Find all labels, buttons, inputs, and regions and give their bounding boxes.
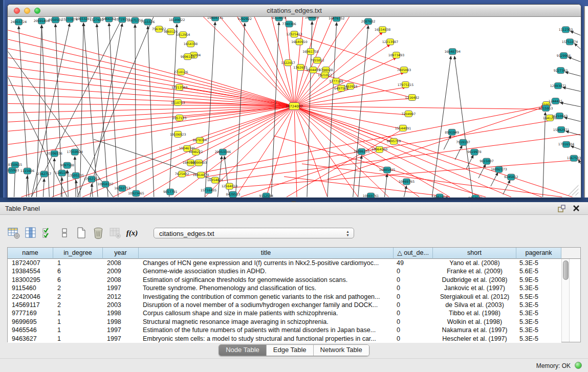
network-edge[interactable] [571,146,580,149]
cell[interactable]: Changes of HCN gene expression and I(f) … [139,259,394,267]
network-edge[interactable] [565,72,581,76]
window-titlebar[interactable]: citations_edges.txt [8,5,581,17]
cell[interactable]: Hescheler et al. (1997) [433,335,516,343]
table-row[interactable]: 911546021997Tourette syndrome. Phenomeno… [8,284,561,292]
cell[interactable]: Stergiakouli et al. (2012) [433,293,516,301]
scrollbar-thumb[interactable] [563,260,569,280]
table-row[interactable]: 977716911998Corpus callosum shape and si… [8,309,561,317]
network-edge[interactable] [570,31,580,35]
table-row[interactable]: 1938455462009Genome-wide association stu… [8,267,561,275]
cell[interactable]: 6 [53,267,103,275]
network-edge[interactable] [205,22,215,197]
cell[interactable]: 2003 [103,301,139,309]
cell[interactable]: 9463627 [8,335,53,343]
cell[interactable]: Tourette syndrome. Phenomenology and cla… [139,284,394,292]
network-edge[interactable] [294,106,450,197]
cell[interactable]: 5.3E-5 [516,284,561,292]
cell[interactable]: Nakamura et al. (1997) [433,326,516,334]
network-edge[interactable] [271,22,279,197]
network-edge[interactable] [294,58,396,106]
network-edge[interactable] [454,56,473,197]
cell[interactable]: 1 [53,309,103,317]
cell[interactable]: 2 [53,293,103,301]
network-edge[interactable] [563,87,581,92]
network-edge[interactable] [266,106,294,197]
tab-node-table[interactable]: Node Table [219,345,267,356]
cell[interactable]: 5.3E-5 [516,335,561,343]
table-row[interactable]: 1456911722003Disruption of a novel membe… [8,301,561,309]
cell[interactable]: 49 [394,259,433,267]
network-edge[interactable] [466,155,473,169]
cell[interactable]: 9777169 [8,309,53,317]
table-row[interactable]: 969969511998Structural magnetic resonanc… [8,318,561,326]
tab-edge-table[interactable]: Edge Table [267,345,314,356]
cell[interactable]: Estimation of significance thresholds fo… [139,276,394,284]
cell[interactable]: 5.3E-5 [516,301,561,309]
network-edge[interactable] [358,156,362,197]
cell[interactable]: 5.3E-5 [516,318,561,326]
network-edge[interactable] [574,43,580,49]
network-edge[interactable] [294,99,412,106]
network-edge[interactable] [328,23,337,197]
cell[interactable]: 1 [53,259,103,267]
cell[interactable]: 0 [394,284,433,292]
cell[interactable]: Wolkin et al. (1998) [433,318,516,326]
network-edge[interactable] [52,106,294,197]
network-edge[interactable] [80,23,83,197]
cell[interactable]: 18300295 [8,276,53,284]
cell[interactable]: 0 [394,309,433,317]
network-edge[interactable] [491,172,498,186]
cell[interactable]: 14569117 [8,301,53,309]
resize-grip[interactable] [568,185,578,195]
table-row[interactable]: 946362711997Embryonic stem cells: a mode… [8,335,561,343]
cell[interactable]: 9699695 [8,318,53,326]
cell[interactable]: Structural magnetic resonance image aver… [139,318,394,326]
network-edge[interactable] [560,103,581,107]
cell[interactable]: 0 [394,276,433,284]
cell[interactable]: 22420046 [8,293,53,301]
column-visibility-button[interactable] [24,226,37,240]
cell[interactable]: 2012 [103,293,139,301]
cell[interactable]: 0 [394,293,433,301]
network-edge[interactable] [578,160,580,164]
network-edge[interactable] [565,131,580,135]
cell[interactable]: 1997 [103,335,139,343]
cell[interactable]: 5.6E-5 [516,267,561,275]
network-edge[interactable] [181,72,294,106]
network-edge[interactable] [26,176,27,197]
cell[interactable]: 6 [53,276,103,284]
column-header-year[interactable]: year [103,248,139,259]
cell[interactable]: 1997 [103,326,139,334]
cell[interactable]: 2 [53,284,103,292]
vertical-scrollbar[interactable] [561,259,570,342]
network-edge[interactable] [135,25,136,197]
network-edge[interactable] [83,23,98,197]
cell[interactable]: 0 [394,267,433,275]
network-edge[interactable] [294,106,297,197]
cell[interactable]: 1998 [103,309,139,317]
network-edge[interactable] [8,76,294,106]
table-selector-dropdown[interactable]: citations_edges.txt ▲▼ [154,228,354,238]
cell[interactable]: 1997 [103,284,139,292]
table-row[interactable]: 946554611997Estimation of the future num… [8,326,561,334]
network-edge[interactable] [294,106,380,151]
network-edge[interactable] [274,136,486,197]
cell[interactable]: 5.9E-5 [516,276,561,284]
cell[interactable]: 0 [394,335,433,343]
network-edge[interactable] [503,180,510,194]
cell[interactable]: 18724007 [8,259,53,267]
deselect-all-rows-button[interactable] [58,226,71,240]
network-edge[interactable] [568,57,580,62]
cell[interactable]: Corpus callosum shape and size in male p… [139,309,394,317]
cell[interactable]: 2008 [103,259,139,267]
cell[interactable]: 1998 [103,318,139,326]
network-edge[interactable] [169,24,177,197]
select-all-rows-button[interactable] [41,226,54,240]
cell[interactable]: Jankovic et al. (1997) [433,284,516,292]
network-edge[interactable] [432,56,451,197]
table-row[interactable]: 1830029562008Estimation of significance … [8,276,561,284]
column-header-title[interactable]: title [139,248,394,259]
cell[interactable]: 2009 [103,267,139,275]
column-header-pagerank[interactable]: pagerank [516,248,561,259]
cell[interactable]: Embryonic stem cells: a model to study s… [139,335,394,343]
